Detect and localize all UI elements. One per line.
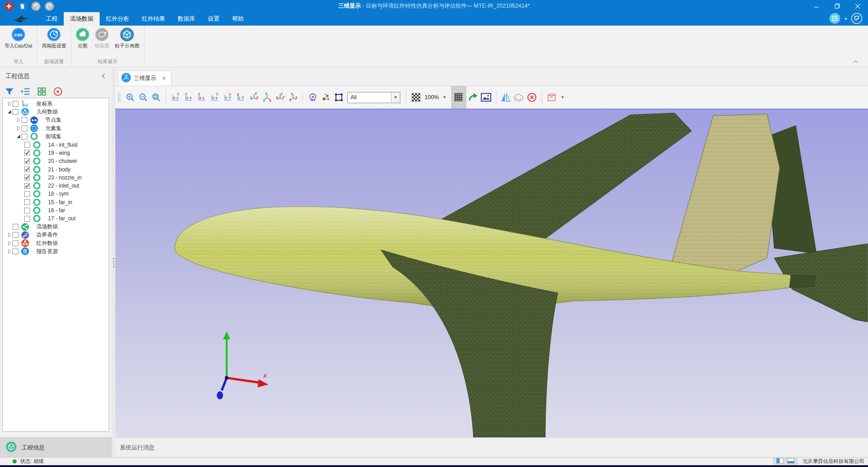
tree-item-17-far-out[interactable]: 17 - far_out [3, 214, 109, 223]
tree-item-19-wing[interactable]: 19 - wing [3, 149, 109, 157]
view-iso-nw-button[interactable]: Yxz [261, 92, 273, 104]
tree-expander[interactable] [15, 117, 22, 123]
menu-flow-data[interactable]: 流场数据 [64, 12, 100, 26]
app-button[interactable] [4, 2, 13, 11]
panel-bottom-layout-icon[interactable] [787, 458, 794, 465]
tree-checkbox[interactable] [24, 191, 30, 197]
transparency-button[interactable] [410, 92, 422, 104]
periodic-face-button[interactable]: 周期面设置 [40, 27, 68, 50]
particle-distribution-button[interactable]: 粒子分布图 [113, 27, 141, 50]
filter-button[interactable] [4, 87, 14, 96]
tree-checkbox[interactable] [24, 216, 30, 222]
tree-expander[interactable] [6, 232, 13, 238]
tree-item-flow-data[interactable]: 流场数据 [3, 223, 109, 231]
undo-button[interactable] [31, 2, 40, 11]
new-doc-button[interactable] [18, 2, 27, 11]
viewport-3d[interactable]: x [115, 109, 868, 437]
zoom-level-select[interactable]: 100%▼ [425, 94, 448, 100]
grid-toggle-button[interactable] [451, 86, 466, 109]
panel-splitter[interactable] [112, 67, 115, 457]
tree-checkbox[interactable] [13, 240, 18, 246]
tree-checkbox[interactable] [24, 183, 30, 189]
tree-item-element-set[interactable]: 元素集 [3, 124, 109, 132]
select-box-button[interactable] [333, 92, 345, 104]
splitter-handle[interactable] [113, 258, 114, 270]
tree-expander[interactable] [6, 100, 13, 107]
tree-item-geometry-data[interactable]: 几何数据 [3, 108, 109, 116]
tree-item-23-nozzle-in[interactable]: 23 - nozzle_in [3, 174, 109, 182]
tree-checkbox[interactable] [24, 166, 30, 172]
view-bottom-button[interactable]: zYx [235, 92, 247, 104]
ribbon-collapse-button[interactable] [853, 59, 858, 65]
tree-item-18-sym[interactable]: 18 - sym [3, 190, 109, 198]
tree-item-node-set[interactable]: 节点集 [3, 116, 109, 124]
tree-checkbox[interactable] [13, 249, 18, 254]
tree-item-14-int-fluid[interactable]: 14 - int_fluid [3, 140, 109, 148]
tree-item-infrared-data[interactable]: 红外数据 [3, 239, 109, 247]
close-button[interactable] [847, 0, 868, 12]
tree-checkbox[interactable] [22, 117, 27, 123]
tree-checkbox[interactable] [24, 199, 30, 205]
tree-item-boundary-conditions[interactable]: 边界条件 [3, 231, 109, 239]
redo-button[interactable] [45, 2, 54, 11]
menu-ir-results[interactable]: 红外结果 [136, 12, 171, 26]
chevron-down-icon[interactable]: ▼ [391, 92, 400, 103]
record-options-caret[interactable] [844, 16, 848, 22]
menu-engineering[interactable]: 工程 [39, 12, 64, 26]
tree-checkbox[interactable] [13, 109, 18, 115]
tree-item-20-chuiwei[interactable]: 20 - chuiwei [3, 157, 109, 165]
menu-ir-analysis[interactable]: 红外分析 [100, 12, 136, 26]
menu-settings[interactable]: 设置 [202, 12, 226, 26]
view-iso-se-button[interactable]: zYx [274, 92, 286, 104]
tree-checkbox[interactable] [13, 101, 18, 107]
tree-expander[interactable] [15, 125, 22, 131]
selection-filter-combo[interactable]: All▼ [347, 92, 400, 103]
zoom-fit-button[interactable] [150, 92, 162, 104]
record-button[interactable] [829, 13, 841, 26]
zoom-in-button[interactable] [124, 92, 136, 104]
remove-button[interactable] [526, 92, 538, 104]
tree-expander[interactable] [6, 109, 13, 115]
view-right-button[interactable]: zxY [209, 92, 221, 104]
view-back-button[interactable]: zxY [183, 92, 195, 104]
tree-checkbox[interactable] [22, 134, 27, 140]
light-button[interactable] [307, 92, 319, 104]
clip-box-caret[interactable]: ▼ [561, 95, 565, 100]
panel-left-layout-icon[interactable] [776, 458, 784, 465]
tree-item-15-far-in[interactable]: 15 - far_in [3, 198, 109, 206]
grid-view-button[interactable] [37, 87, 47, 96]
tree-expander[interactable] [6, 240, 13, 246]
zoom-out-button[interactable] [137, 92, 149, 104]
view-top-button[interactable]: zYx [222, 92, 234, 104]
snapshot-button[interactable] [480, 92, 492, 104]
tree-checkbox[interactable] [24, 208, 30, 214]
tree-item-report-resources[interactable]: 报告资源 [3, 247, 109, 255]
tree-item-16-far[interactable]: 16 - far [3, 206, 109, 214]
tree-expander[interactable] [6, 248, 13, 254]
tree-item-surface-set[interactable]: 面域集 [3, 132, 109, 140]
view-iso-sw-button[interactable]: zxY [287, 92, 299, 104]
tree-checkbox[interactable] [22, 126, 27, 131]
tree-checkbox[interactable] [24, 158, 30, 164]
tree-expander[interactable] [15, 133, 22, 140]
message-panel-header[interactable]: 系统运行消息 [115, 437, 868, 457]
clip-box-button[interactable] [546, 92, 558, 104]
view-iso-ne-button[interactable]: Yxz [248, 92, 260, 104]
tree-checkbox[interactable] [13, 232, 18, 238]
tree-checkbox[interactable] [24, 142, 30, 148]
tree-checkbox[interactable] [13, 224, 18, 230]
outline-list-button[interactable] [21, 87, 31, 96]
tree-checkbox[interactable] [24, 150, 30, 156]
contour-button[interactable]: 云图 [74, 27, 91, 50]
panel-collapse-button[interactable] [101, 73, 105, 80]
project-panel-footer-button[interactable]: 工程信息 [0, 437, 112, 457]
restore-button[interactable] [827, 0, 847, 12]
cloud-share-button[interactable] [513, 92, 525, 104]
tree-item-22-inlet-out[interactable]: 22 - inlet_out [3, 182, 109, 190]
mirror-button[interactable] [500, 92, 512, 104]
import-cas-dat-button[interactable]: cas导入Cas/Dat [3, 27, 34, 50]
view-left-button[interactable]: xzY [196, 92, 208, 104]
tree-item-21-body[interactable]: 21 - body [3, 165, 109, 173]
locate-button[interactable] [53, 87, 63, 96]
tab-close-icon[interactable]: ✕ [162, 75, 167, 82]
